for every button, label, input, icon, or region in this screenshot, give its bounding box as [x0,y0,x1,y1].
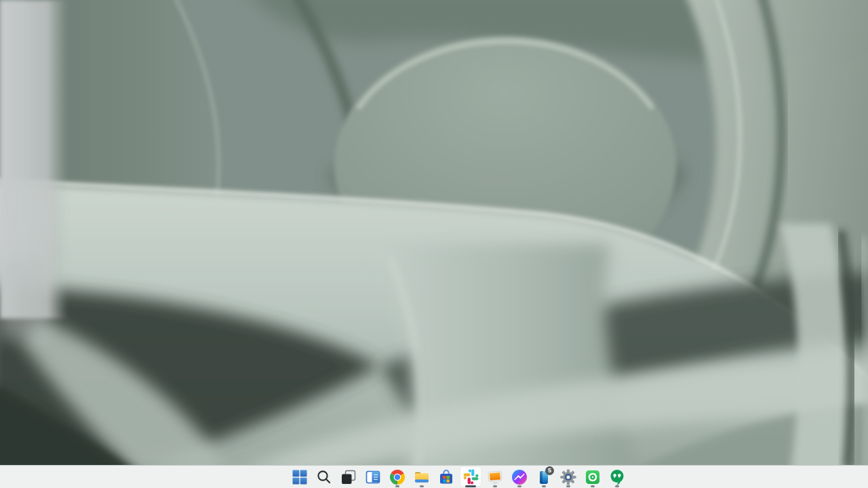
taskbar: 5 [0,465,868,488]
running-indicator [420,485,424,487]
hangouts-button[interactable] [605,466,629,488]
slack-icon [463,469,479,485]
running-indicator [566,485,570,487]
folder-icon [414,469,430,485]
desktop-screen: 5 [0,0,868,488]
taskbar-icon-row: 5 [288,466,629,488]
green-camera-app-icon [585,469,601,485]
chrome-icon [389,469,406,485]
phone-link-button[interactable]: 5 [532,466,556,488]
search-icon [316,469,332,485]
file-explorer-button[interactable] [410,466,434,488]
widgets-button[interactable] [361,466,385,488]
hangouts-icon [609,469,625,485]
monitor-icon [487,469,503,485]
phone-notification-badge: 5 [545,466,554,475]
wallpaper-art [0,0,868,465]
active-window-indicator [465,485,476,487]
gear-icon [560,469,576,485]
messenger-icon [511,469,528,485]
start-button[interactable] [288,466,312,488]
running-indicator [395,485,399,487]
slack-button[interactable] [458,466,483,488]
store-button[interactable] [434,466,458,488]
green-app-button[interactable] [580,466,605,488]
settings-button[interactable] [556,466,580,488]
windows-logo-icon [292,469,308,485]
running-indicator [517,485,521,487]
running-indicator [493,485,497,487]
store-bag-icon [438,469,454,485]
widgets-icon [365,469,381,485]
wallpaper-bloom [0,0,868,465]
messenger-button[interactable] [507,466,532,488]
running-indicator [591,485,595,487]
task-view-icon [340,469,357,485]
running-indicator [615,485,619,487]
chrome-button[interactable] [385,466,410,488]
display-app-button[interactable] [483,466,507,488]
running-indicator [542,485,546,487]
search-button[interactable] [312,466,336,488]
task-view-button[interactable] [336,466,361,488]
